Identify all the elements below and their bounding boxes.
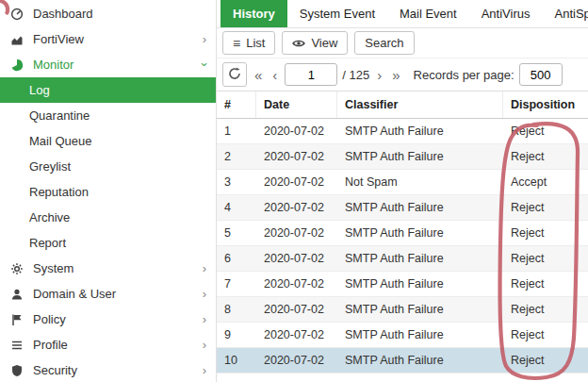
table-row[interactable]: 8 2020-07-02 SMTP Auth Failure Reject: [217, 297, 588, 323]
records-per-page-label: Records per page:: [414, 68, 514, 82]
next-page-button[interactable]: ›: [374, 67, 384, 83]
page-input[interactable]: [285, 63, 337, 86]
sidebar: Dashboard FortiView › Monitor › Log Quar…: [0, 0, 217, 382]
table-row[interactable]: 5 2020-07-02 SMTP Auth Failure Reject: [217, 221, 588, 246]
refresh-icon: [228, 67, 241, 83]
sidebar-item-quarantine[interactable]: Quarantine: [0, 103, 216, 128]
monitor-icon: [9, 58, 24, 72]
sidebar-item-label: System: [33, 261, 194, 275]
cell-date: 2020-07-02: [256, 201, 337, 214]
fortimail-app: Dashboard FortiView › Monitor › Log Quar…: [0, 0, 588, 382]
sidebar-item-fortiview[interactable]: FortiView ›: [0, 26, 216, 52]
table-body: 1 2020-07-02 SMTP Auth Failure Reject 2 …: [217, 119, 588, 374]
table-row[interactable]: 7 2020-07-02 SMTP Auth Failure Reject: [217, 272, 588, 297]
list-button[interactable]: ≡ List: [222, 31, 275, 55]
sidebar-item-profile[interactable]: Profile ›: [0, 332, 216, 357]
sidebar-item-label: Quarantine: [29, 108, 90, 123]
table-row[interactable]: 1 2020-07-02 SMTP Auth Failure Reject: [217, 119, 588, 144]
search-button[interactable]: Search: [354, 31, 414, 55]
cell-num: 7: [217, 277, 256, 291]
cell-date: 2020-07-02: [256, 125, 337, 138]
chevron-right-icon: ›: [203, 364, 206, 376]
sidebar-item-monitor[interactable]: Monitor ›: [0, 52, 216, 77]
sidebar-item-label: Dashboard: [33, 7, 206, 21]
sidebar-item-label: FortiView: [33, 32, 194, 46]
gear-icon: [9, 262, 24, 275]
table-row[interactable]: 9 2020-07-02 SMTP Auth Failure Reject: [217, 323, 588, 348]
tab-mail-event[interactable]: Mail Event: [387, 0, 469, 27]
eye-icon: [292, 37, 305, 50]
tab-antivirus[interactable]: AntiVirus: [469, 0, 543, 27]
cell-disposition: Reject: [503, 150, 588, 163]
cell-date: 2020-07-02: [256, 150, 337, 163]
view-button[interactable]: View: [282, 31, 348, 55]
sidebar-item-policy[interactable]: Policy ›: [0, 307, 216, 332]
cell-disposition: Reject: [503, 125, 588, 138]
cell-classifier: SMTP Auth Failure: [337, 354, 503, 367]
table-row[interactable]: 3 2020-07-02 Not Spam Accept: [217, 170, 588, 195]
cell-num: 2: [217, 150, 256, 163]
sidebar-item-label: Monitor: [33, 58, 194, 72]
cell-disposition: Reject: [503, 201, 588, 214]
sidebar-item-label: Security: [33, 363, 194, 377]
cell-disposition: Reject: [503, 354, 588, 367]
cell-date: 2020-07-02: [256, 175, 337, 189]
table-row-selected[interactable]: 10 2020-07-02 SMTP Auth Failure Reject: [217, 348, 588, 374]
table-row[interactable]: 2 2020-07-02 SMTP Auth Failure Reject: [217, 144, 588, 170]
last-page-button[interactable]: »: [389, 67, 402, 83]
sidebar-item-system[interactable]: System ›: [0, 256, 216, 281]
list-lines-icon: [9, 339, 24, 352]
sidebar-item-greylist[interactable]: Greylist: [0, 154, 216, 179]
chevron-down-icon: ›: [198, 62, 210, 66]
chevron-right-icon: ›: [203, 288, 206, 300]
sidebar-item-reputation[interactable]: Reputation: [0, 179, 216, 205]
sidebar-item-archive[interactable]: Archive: [0, 205, 216, 230]
tab-system-event[interactable]: System Event: [287, 0, 387, 27]
header-date[interactable]: Date: [256, 91, 337, 118]
cell-classifier: SMTP Auth Failure: [337, 303, 503, 316]
view-button-label: View: [311, 36, 337, 50]
table-row[interactable]: 4 2020-07-02 SMTP Auth Failure Reject: [217, 195, 588, 221]
cell-num: 3: [217, 175, 256, 189]
cell-classifier: SMTP Auth Failure: [337, 252, 503, 265]
tab-antispam[interactable]: AntiSpam: [543, 0, 588, 27]
tab-history[interactable]: History: [220, 0, 287, 27]
cell-num: 1: [217, 125, 256, 138]
cell-num: 4: [217, 201, 256, 214]
search-button-label: Search: [365, 36, 403, 50]
cell-classifier: SMTP Auth Failure: [337, 277, 503, 291]
sidebar-item-domain-user[interactable]: Domain & User ›: [0, 281, 216, 307]
cell-classifier: SMTP Auth Failure: [337, 328, 503, 341]
fortiview-icon: [9, 33, 24, 46]
records-per-page-input[interactable]: [519, 63, 563, 86]
cell-date: 2020-07-02: [256, 277, 337, 291]
page-total: / 125: [342, 68, 369, 82]
header-classifier[interactable]: Classifier: [337, 91, 503, 118]
cell-classifier: Not Spam: [337, 175, 503, 189]
table-header: # Date Classifier Disposition: [217, 91, 588, 119]
first-page-button[interactable]: «: [252, 67, 265, 83]
table-row[interactable]: 6 2020-07-02 SMTP Auth Failure Reject: [217, 246, 588, 272]
sidebar-item-dashboard[interactable]: Dashboard: [0, 1, 216, 26]
cell-disposition: Reject: [503, 252, 588, 265]
user-icon: [9, 288, 24, 301]
chevron-right-icon: ›: [203, 339, 206, 351]
sidebar-item-label: Archive: [29, 210, 70, 224]
header-disposition[interactable]: Disposition: [503, 91, 588, 118]
prev-page-button[interactable]: ‹: [270, 67, 280, 83]
sidebar-item-label: Greylist: [29, 159, 71, 174]
refresh-button[interactable]: [222, 62, 247, 87]
sidebar-item-security[interactable]: Security ›: [0, 357, 216, 382]
cell-disposition: Reject: [503, 303, 588, 316]
header-num[interactable]: #: [217, 91, 256, 118]
sidebar-item-report[interactable]: Report: [0, 230, 216, 256]
sidebar-item-log[interactable]: Log: [0, 77, 216, 103]
cell-date: 2020-07-02: [256, 328, 337, 341]
cell-disposition: Reject: [503, 226, 588, 240]
cell-num: 5: [217, 226, 256, 240]
shield-icon: [9, 364, 24, 377]
cell-num: 6: [217, 252, 256, 265]
sidebar-item-label: Mail Queue: [29, 134, 91, 148]
sidebar-item-mail-queue[interactable]: Mail Queue: [0, 128, 216, 154]
cell-disposition: Accept: [503, 175, 588, 189]
